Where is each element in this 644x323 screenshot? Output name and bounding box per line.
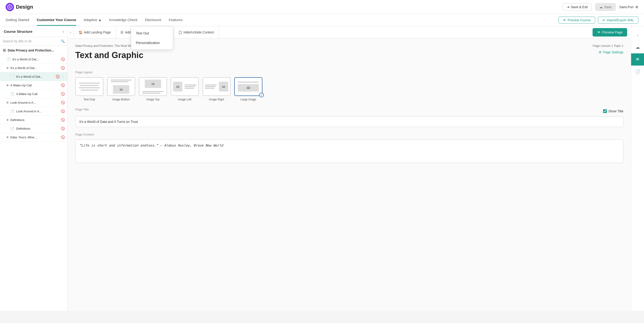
sidebar-item-label: Definitions	[10, 118, 59, 122]
nav-knowledge-check[interactable]: Knowledge Check	[109, 15, 138, 26]
layout-thumb-image-bottom: 🏔	[107, 77, 135, 96]
sidebar-item-label: Data: Yours, Mine...	[10, 136, 59, 139]
hidden-icon: 🚫	[61, 101, 65, 104]
nav-disclosure[interactable]: Disclosure	[145, 15, 161, 26]
add-landing-page-button[interactable]: 🏠 Add Landing Page	[74, 26, 116, 38]
hidden-icon: 🚫	[61, 109, 65, 113]
sidebar-item-7[interactable]: ≡ Look Around in A... 🚫	[0, 98, 68, 107]
sidebar-item-label: A Wake-Up Call	[16, 92, 59, 96]
sidebar-item-9[interactable]: ≡ Definitions 🚫	[0, 116, 68, 124]
preview-page-label: Preview Page	[602, 31, 622, 34]
sidebar-item-label: Definitions	[16, 127, 59, 130]
dropdown-item-test-out[interactable]: Test Out	[131, 28, 173, 38]
doc-icon: 📄	[10, 127, 14, 130]
right-panel-eye-btn[interactable]: 👁	[631, 53, 644, 66]
drag-handle-icon: ⋮	[62, 75, 65, 78]
main-layout: Course Structure ‹ 🔍 ⊞ Data Privacy and …	[0, 26, 644, 311]
sidebar-item-2[interactable]: 📄 It's a World of Dat... 🚫	[0, 55, 68, 64]
layout-option-image-left[interactable]: 🏔 Image Left	[171, 77, 199, 101]
sidebar-header: Course Structure ‹	[0, 26, 68, 37]
nav-features[interactable]: Features	[169, 15, 183, 26]
layout-option-image-top[interactable]: 🏔 Image Top	[139, 77, 167, 101]
dropdown-item-personalization[interactable]: Personalization	[131, 38, 173, 48]
logo-icon: C	[6, 3, 14, 11]
topic-icon: ☰	[120, 31, 124, 34]
search-input[interactable]	[3, 39, 61, 43]
page-location: Page Lesson 1 Topic 1	[593, 44, 624, 48]
sidebar-item-8[interactable]: 📄 Look Around in A... 🚫	[0, 107, 68, 116]
layout-thumb-large-image: 🏔 ✓	[234, 77, 262, 96]
layout-option-image-bottom[interactable]: 🏔 Image Bottom	[107, 77, 135, 101]
sidebar-collapse-icon[interactable]: ‹	[63, 30, 64, 34]
collapse-button[interactable]: ‹	[68, 26, 74, 38]
layout-label-large-image: Large Image	[240, 98, 256, 101]
right-panel-doc-btn[interactable]: 📄	[631, 66, 644, 78]
list-icon: ≡	[6, 101, 8, 104]
list-icon: ≡	[6, 83, 8, 87]
sidebar-item-5[interactable]: ≡ A Wake-Up Call 🚫	[0, 81, 68, 90]
save-exit-icon: ⇥	[566, 5, 570, 9]
collapse-icon: ‹	[70, 31, 71, 34]
hide-unhide-button[interactable]: 📋 Hide/Unhide Content	[174, 26, 219, 38]
save-cloud-icon: ☁	[599, 5, 602, 9]
hide-icon: 📋	[178, 31, 182, 34]
import-export-label: Import/Export XML	[606, 18, 634, 22]
cloud-icon: ☁	[636, 45, 640, 50]
sidebar-item-11[interactable]: ≡ Data: Yours, Mine... 🚫	[0, 133, 68, 142]
list-icon: ≡	[6, 66, 8, 70]
layout-label-image-right: Image Right	[209, 98, 224, 101]
page-content-textarea[interactable]: “Life is short and information endless.”…	[75, 140, 624, 163]
page-settings-link[interactable]: ⚙ Page Settings	[599, 50, 624, 54]
sidebar-item-data-privacy[interactable]: ⊞ Data Privacy and Protection...	[0, 46, 68, 55]
sidebar: Course Structure ‹ 🔍 ⊞ Data Privacy and …	[0, 26, 68, 311]
save-button[interactable]: ☁ Save	[595, 3, 616, 11]
import-export-button[interactable]: ⇄ Import/Export XML	[598, 17, 638, 24]
layout-thumb-text-only	[75, 77, 103, 96]
preview-page-button[interactable]: 👁 Preview Page	[592, 28, 627, 37]
preview-course-button[interactable]: 👁 Preview Course	[558, 17, 595, 24]
page-title-input[interactable]	[75, 116, 624, 127]
user-settings-icon[interactable]: ⚙	[635, 5, 638, 9]
doc-icon: 📄	[10, 109, 14, 113]
sidebar-item-3[interactable]: ≡ It's a World of Dat... 🚫	[0, 64, 68, 72]
eye-icon: 👁	[636, 57, 640, 62]
nav-customize-your-course[interactable]: Customize Your Course	[37, 15, 76, 26]
check-badge: ✓	[259, 93, 264, 97]
section-label-layout: Page Layout	[75, 71, 624, 74]
preview-page-eye-icon: 👁	[597, 31, 600, 34]
sidebar-item-10[interactable]: 📄 Definitions 🚫	[0, 124, 68, 133]
sidebar-list: ⊞ Data Privacy and Protection... 📄 It's …	[0, 46, 68, 311]
search-bar: 🔍	[0, 37, 68, 46]
sidebar-item-label: It's a World of Dat...	[16, 75, 54, 78]
sidebar-item-6[interactable]: 📄 A Wake-Up Call 🚫	[0, 90, 68, 98]
right-panel: › ☁ 👁 📄	[631, 26, 644, 311]
layout-option-text-only[interactable]: Text Only	[75, 77, 103, 101]
title-row: Page Title Show Title	[75, 108, 624, 114]
document-icon: 📄	[635, 69, 640, 74]
save-exit-label: Save & Exit	[571, 5, 588, 9]
sidebar-item-label: Data Privacy and Protection...	[8, 49, 65, 52]
chevron-up-icon: ▲	[98, 18, 102, 22]
svg-text:C: C	[9, 5, 11, 9]
top-right-actions: ⇥ Save & Exit ☁ Save Sami.Puri ⚙	[562, 3, 638, 11]
right-panel-collapse-btn[interactable]: ›	[631, 29, 644, 41]
layout-option-image-right[interactable]: 🏔 Image Right	[202, 77, 230, 101]
preview-eye-icon: 👁	[563, 18, 566, 22]
list-icon: ≡	[6, 135, 8, 139]
nav-right-buttons: 👁 Preview Course ⇄ Import/Export XML	[558, 17, 638, 24]
layout-label-image-bottom: Image Bottom	[112, 98, 130, 101]
layout-label-image-top: Image Top	[146, 98, 160, 101]
layout-option-large-image[interactable]: 🏔 ✓ Large Image	[234, 77, 262, 101]
sidebar-item-4[interactable]: 📄 It's a World of Dat... 🚫 ⋮	[0, 72, 68, 81]
hide-unhide-label: Hide/Unhide Content	[184, 31, 214, 34]
layout-thumb-image-top: 🏔	[139, 77, 167, 96]
module-icon: ⊞	[3, 48, 6, 53]
nav-getting-started[interactable]: Getting Started	[6, 15, 29, 26]
add-landing-page-label: Add Landing Page	[84, 31, 111, 34]
show-title-checkbox-input[interactable]	[603, 109, 607, 113]
section-label-content: Page Content	[75, 133, 624, 136]
right-panel-cloud-btn[interactable]: ☁	[631, 41, 644, 53]
show-title-checkbox[interactable]: Show Title	[603, 109, 624, 113]
save-exit-button[interactable]: ⇥ Save & Exit	[562, 3, 592, 11]
nav-adaptive[interactable]: Adaptive ▲	[84, 15, 102, 26]
